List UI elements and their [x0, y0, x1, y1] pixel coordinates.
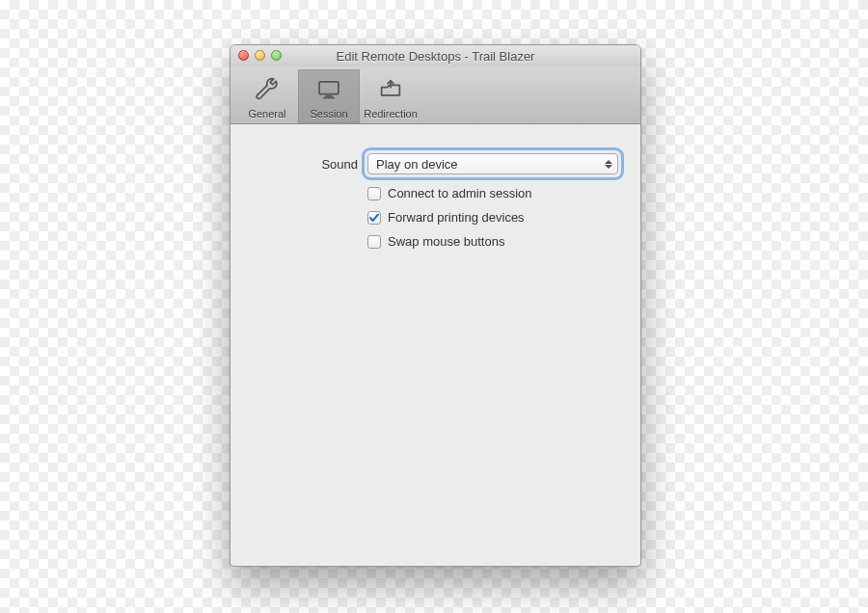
connect-admin-checkbox[interactable] — [367, 187, 381, 200]
monitor-icon — [315, 76, 342, 106]
sound-select[interactable]: Play on device — [367, 153, 618, 174]
svg-rect-2 — [323, 97, 335, 99]
tab-general[interactable]: General — [236, 69, 298, 123]
zoom-window-button[interactable] — [271, 50, 282, 61]
sound-label: Sound — [252, 157, 358, 172]
preferences-toolbar: General Session — [231, 67, 640, 124]
tab-session[interactable]: Session — [298, 69, 360, 123]
minimize-window-button[interactable] — [255, 50, 265, 61]
traffic-lights — [238, 50, 282, 61]
swap-mouse-label[interactable]: Swap mouse buttons — [388, 234, 504, 249]
preferences-window: Edit Remote Desktops - Trail Blazer Gene… — [230, 44, 641, 567]
window-title: Edit Remote Desktops - Trail Blazer — [236, 49, 635, 64]
tab-label-session: Session — [310, 108, 347, 120]
sound-select-value: Play on device — [376, 157, 458, 172]
tab-label-redirection: Redirection — [364, 108, 418, 120]
svg-rect-0 — [319, 82, 339, 94]
wrench-icon — [254, 76, 281, 106]
session-settings-pane: Sound Play on device — [231, 124, 640, 278]
forward-printing-checkbox[interactable] — [367, 211, 381, 225]
tab-label-general: General — [248, 108, 285, 120]
close-window-button[interactable] — [238, 50, 249, 61]
folder-arrow-icon — [377, 76, 404, 106]
chevron-up-down-icon — [602, 155, 615, 173]
tab-redirection[interactable]: Redirection — [360, 69, 421, 123]
window-titlebar[interactable]: Edit Remote Desktops - Trail Blazer — [231, 45, 640, 67]
svg-rect-1 — [326, 95, 333, 97]
swap-mouse-checkbox[interactable] — [367, 235, 381, 249]
connect-admin-label[interactable]: Connect to admin session — [388, 186, 532, 200]
forward-printing-label[interactable]: Forward printing devices — [388, 210, 525, 225]
